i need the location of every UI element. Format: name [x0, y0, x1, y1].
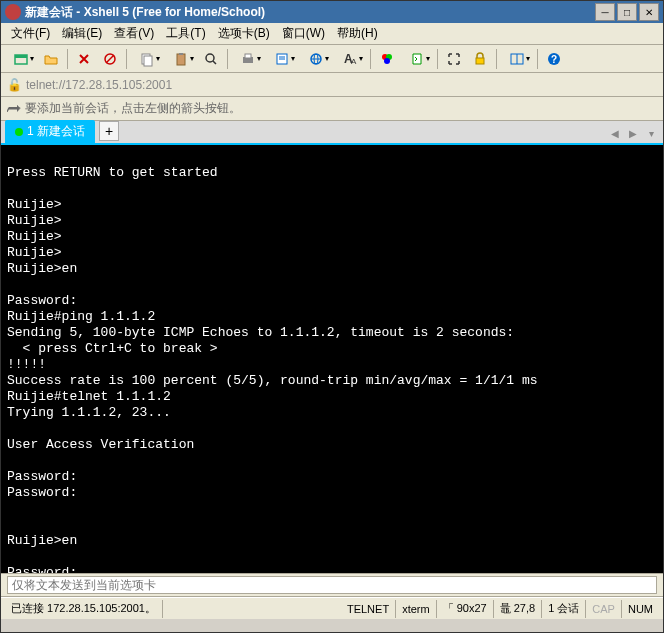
add-tab-button[interactable]: +	[99, 121, 119, 141]
fullscreen-button[interactable]	[442, 47, 466, 71]
status-pos: 鼂 27,8	[494, 600, 542, 618]
connected-indicator-icon	[15, 128, 23, 136]
address-bar: 🔓 telnet://172.28.15.105:2001	[1, 73, 663, 97]
window-titlebar: 新建会话 - Xshell 5 (Free for Home/School) ─…	[1, 1, 663, 23]
globe-button[interactable]	[300, 47, 332, 71]
terminal[interactable]: Press RETURN to get started Ruijie> Ruij…	[1, 145, 663, 573]
menu-file[interactable]: 文件(F)	[5, 23, 56, 44]
svg-point-22	[384, 58, 390, 64]
paste-button[interactable]	[165, 47, 197, 71]
color-button[interactable]	[375, 47, 399, 71]
status-protocol: TELNET	[341, 600, 396, 618]
status-connected: 已连接 172.28.15.105:2001。	[5, 600, 163, 618]
status-num: NUM	[622, 600, 659, 618]
toolbar: AA ?	[1, 45, 663, 73]
status-cap: CAP	[586, 600, 622, 618]
properties-button[interactable]	[266, 47, 298, 71]
lock-icon: 🔓	[7, 78, 22, 92]
layout-button[interactable]	[501, 47, 533, 71]
tab-label: 1 新建会话	[27, 123, 85, 140]
font-button[interactable]: AA	[334, 47, 366, 71]
svg-rect-6	[177, 54, 185, 65]
close-button[interactable]: ✕	[639, 3, 659, 21]
window-title: 新建会话 - Xshell 5 (Free for Home/School)	[25, 4, 595, 21]
status-bar: 已连接 172.28.15.105:2001。 TELNET xterm 「 9…	[1, 597, 663, 619]
menu-edit[interactable]: 编辑(E)	[56, 23, 108, 44]
tab-strip: 1 新建会话 + ◀ ▶ ▾	[1, 121, 663, 145]
tip-text: 要添加当前会话，点击左侧的箭头按钮。	[25, 100, 241, 117]
tip-bar: ⮫ 要添加当前会话，点击左侧的箭头按钮。	[1, 97, 663, 121]
copy-button[interactable]	[131, 47, 163, 71]
lock-button[interactable]	[468, 47, 492, 71]
status-term: xterm	[396, 600, 437, 618]
reconnect-button[interactable]	[72, 47, 96, 71]
menubar: 文件(F) 编辑(E) 查看(V) 工具(T) 选项卡(B) 窗口(W) 帮助(…	[1, 23, 663, 45]
input-bar	[1, 573, 663, 597]
status-size: 「 90x27	[437, 600, 494, 618]
svg-rect-1	[15, 55, 27, 58]
svg-text:?: ?	[551, 54, 557, 65]
svg-rect-23	[476, 58, 484, 64]
new-session-button[interactable]	[5, 47, 37, 71]
svg-rect-5	[144, 56, 152, 66]
svg-line-9	[213, 61, 216, 64]
app-icon	[5, 4, 21, 20]
tab-menu-button[interactable]: ▾	[643, 125, 659, 141]
help-button[interactable]: ?	[542, 47, 566, 71]
menu-options[interactable]: 选项卡(B)	[212, 23, 276, 44]
svg-line-3	[106, 55, 114, 63]
script-button[interactable]	[401, 47, 433, 71]
svg-text:A: A	[351, 57, 357, 66]
tab-active[interactable]: 1 新建会话	[5, 120, 95, 143]
terminal-content: Press RETURN to get started Ruijie> Ruij…	[7, 165, 538, 573]
menu-tools[interactable]: 工具(T)	[160, 23, 211, 44]
maximize-button[interactable]: □	[617, 3, 637, 21]
svg-rect-11	[245, 54, 251, 58]
svg-rect-7	[179, 53, 183, 55]
menu-window[interactable]: 窗口(W)	[276, 23, 331, 44]
add-session-arrow-icon[interactable]: ⮫	[7, 101, 21, 117]
open-folder-button[interactable]	[39, 47, 63, 71]
disconnect-button[interactable]	[98, 47, 122, 71]
menu-help[interactable]: 帮助(H)	[331, 23, 384, 44]
tab-prev-button[interactable]: ◀	[607, 125, 623, 141]
tab-next-button[interactable]: ▶	[625, 125, 641, 141]
menu-view[interactable]: 查看(V)	[108, 23, 160, 44]
address-text[interactable]: telnet://172.28.15.105:2001	[26, 78, 172, 92]
minimize-button[interactable]: ─	[595, 3, 615, 21]
print-button[interactable]	[232, 47, 264, 71]
svg-point-8	[206, 54, 214, 62]
search-button[interactable]	[199, 47, 223, 71]
status-sessions: 1 会话	[542, 600, 586, 618]
compose-input[interactable]	[7, 576, 657, 594]
